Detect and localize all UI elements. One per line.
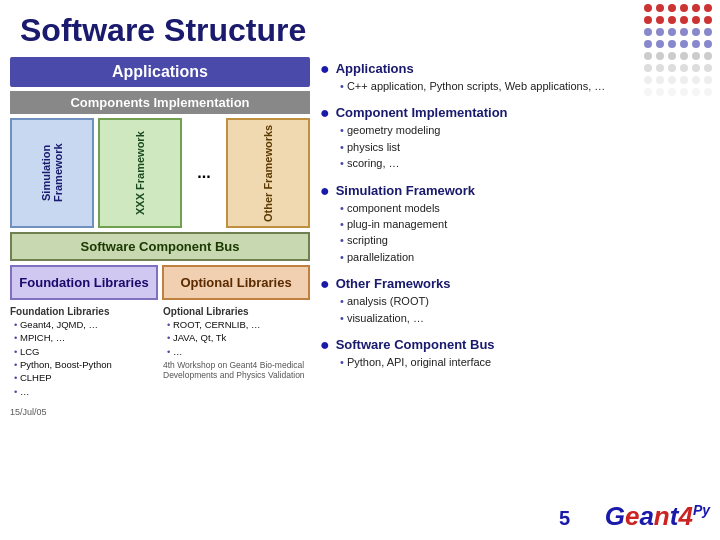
section-list-item: Python, API, original interface xyxy=(340,355,710,370)
deco-dot-15 xyxy=(680,28,688,36)
deco-dot-40 xyxy=(692,76,700,84)
right-section-1: ●Component Implementationgeometry modeli… xyxy=(320,105,710,172)
deco-dot-18 xyxy=(644,40,652,48)
deco-dot-41 xyxy=(704,76,712,84)
right-section-4: ●Software Component BusPython, API, orig… xyxy=(320,337,710,371)
foundation-list-col: Foundation Libraries Geant4, JQMD, …MPIC… xyxy=(10,306,157,399)
deco-dot-44 xyxy=(668,88,676,96)
section-list-item: plug-in management xyxy=(340,217,710,232)
foundation-list-header: Foundation Libraries xyxy=(10,306,157,317)
section-title-text-2: Simulation Framework xyxy=(336,183,475,198)
foundation-list-item: … xyxy=(14,386,157,398)
deco-dot-34 xyxy=(692,64,700,72)
section-bullet-3: ● xyxy=(320,276,330,292)
dots-box: ... xyxy=(186,118,222,228)
optional-list-col: Optional Libraries ROOT, CERNLIB, …JAVA,… xyxy=(163,306,310,399)
left-panel: Applications Components Implementation S… xyxy=(10,57,310,417)
deco-dot-42 xyxy=(644,88,652,96)
foundation-list-item: LCG xyxy=(14,346,157,358)
section-title-text-0: Applications xyxy=(336,61,414,76)
section-list-item: geometry modeling xyxy=(340,123,710,138)
section-list-4: Python, API, original interface xyxy=(320,355,710,370)
deco-dot-13 xyxy=(656,28,664,36)
optional-list: ROOT, CERNLIB, …JAVA, Qt, Tk… xyxy=(163,319,310,358)
section-title-text-1: Component Implementation xyxy=(336,105,508,120)
section-title-text-3: Other Frameworks xyxy=(336,276,451,291)
xxx-framework-box: XXX Framework xyxy=(98,118,182,228)
main-content: Applications Components Implementation S… xyxy=(0,53,720,421)
deco-dot-12 xyxy=(644,28,652,36)
deco-dot-43 xyxy=(656,88,664,96)
bottom-boxes: Foundation Libraries Optional Libraries xyxy=(10,265,310,300)
deco-dot-11 xyxy=(704,16,712,24)
deco-dot-35 xyxy=(704,64,712,72)
section-list-3: analysis (ROOT)visualization, … xyxy=(320,294,710,326)
deco-dot-1 xyxy=(656,4,664,12)
optional-list-item: JAVA, Qt, Tk xyxy=(167,332,310,344)
deco-dot-8 xyxy=(668,16,676,24)
deco-dot-36 xyxy=(644,76,652,84)
deco-dot-7 xyxy=(656,16,664,24)
optional-list-item: ROOT, CERNLIB, … xyxy=(167,319,310,331)
components-impl-box: Components Implementation xyxy=(10,91,310,114)
deco-dot-33 xyxy=(680,64,688,72)
page-title: Software Structure xyxy=(0,0,720,53)
deco-dot-10 xyxy=(692,16,700,24)
logo-n: n xyxy=(654,501,670,531)
deco-dot-0 xyxy=(644,4,652,12)
deco-dot-23 xyxy=(704,40,712,48)
section-bullet-1: ● xyxy=(320,105,330,121)
optional-list-header: Optional Libraries xyxy=(163,306,310,317)
section-title-text-4: Software Component Bus xyxy=(336,337,495,352)
section-list-item: scripting xyxy=(340,233,710,248)
deco-dot-31 xyxy=(656,64,664,72)
right-section-2: ●Simulation Frameworkcomponent modelsplu… xyxy=(320,183,710,267)
section-list-item: scoring, … xyxy=(340,156,710,171)
section-bullet-4: ● xyxy=(320,337,330,353)
section-bullet-0: ● xyxy=(320,61,330,77)
deco-dot-3 xyxy=(680,4,688,12)
software-bus-box: Software Component Bus xyxy=(10,232,310,261)
section-list-1: geometry modelingphysics listscoring, … xyxy=(320,123,710,171)
section-list-item: component models xyxy=(340,201,710,216)
deco-dot-28 xyxy=(692,52,700,60)
deco-dot-38 xyxy=(668,76,676,84)
deco-dot-37 xyxy=(656,76,664,84)
deco-dot-45 xyxy=(680,88,688,96)
decorative-dots xyxy=(640,0,720,100)
deco-dot-30 xyxy=(644,64,652,72)
footer-workshop: 4th Workshop on Geant4 Bio-medical Devel… xyxy=(163,360,310,380)
logo-e: e xyxy=(625,501,639,531)
deco-dot-5 xyxy=(704,4,712,12)
deco-dot-24 xyxy=(644,52,652,60)
foundation-list-item: Geant4, JQMD, … xyxy=(14,319,157,331)
bullet-section: Foundation Libraries Geant4, JQMD, …MPIC… xyxy=(10,304,310,401)
deco-dot-9 xyxy=(680,16,688,24)
foundation-list-item: MPICH, … xyxy=(14,332,157,344)
deco-dot-20 xyxy=(668,40,676,48)
deco-dot-6 xyxy=(644,16,652,24)
section-list-item: parallelization xyxy=(340,250,710,265)
deco-dot-4 xyxy=(692,4,700,12)
logo-4: 4 xyxy=(678,501,692,531)
right-section-3: ●Other Frameworksanalysis (ROOT)visualiz… xyxy=(320,276,710,327)
applications-box: Applications xyxy=(10,57,310,87)
deco-dot-22 xyxy=(692,40,700,48)
page-number: 5 xyxy=(559,507,570,530)
section-list-item: analysis (ROOT) xyxy=(340,294,710,309)
deco-dot-26 xyxy=(668,52,676,60)
deco-dot-2 xyxy=(668,4,676,12)
logo-a: a xyxy=(639,501,653,531)
footer-date: 15/Jul/05 xyxy=(10,407,310,417)
logo-g: G xyxy=(605,501,625,531)
foundation-list-item: CLHEP xyxy=(14,372,157,384)
deco-dot-19 xyxy=(656,40,664,48)
section-list-item: physics list xyxy=(340,140,710,155)
deco-dot-16 xyxy=(692,28,700,36)
deco-dot-14 xyxy=(668,28,676,36)
logo-py: Py xyxy=(693,502,710,518)
foundation-list: Geant4, JQMD, …MPICH, …LCGPython, Boost-… xyxy=(10,319,157,398)
deco-dot-27 xyxy=(680,52,688,60)
optional-list-item: … xyxy=(167,346,310,358)
deco-dot-32 xyxy=(668,64,676,72)
